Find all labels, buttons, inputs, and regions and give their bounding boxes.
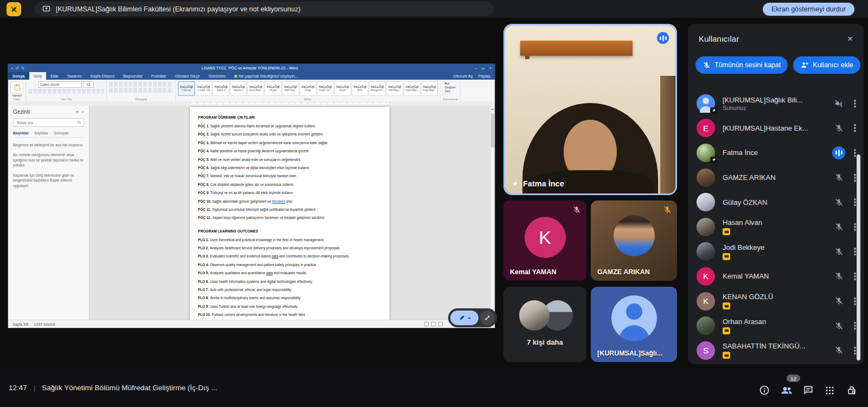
document-page[interactable]: PROGRAM ÖĞRENME ÇIKTILARI PÖÇ 1.Sağlık y… xyxy=(190,107,390,320)
style-chip[interactable]: AaÇçĞğİVurgu xyxy=(299,81,316,96)
video-tile-gamze[interactable]: GAMZE ARIKAN xyxy=(591,201,677,281)
style-chip[interactable]: AaÇçĞğİGüçlü Vur... xyxy=(317,81,334,96)
replace-button[interactable]: Değiştir xyxy=(445,86,456,89)
select-button[interactable]: Seç xyxy=(445,89,450,93)
status-word-count[interactable]: 1292 sözcük xyxy=(34,322,55,326)
participant-row[interactable]: Orhan Arasan xyxy=(688,313,864,338)
document-search-box[interactable] xyxy=(13,118,84,127)
style-chip[interactable]: AaÇçĞğİBelirgin Al... xyxy=(369,81,386,96)
style-chip[interactable]: AaÇçĞğİ1 Normal xyxy=(178,81,195,96)
font-size-box[interactable]: 12 xyxy=(83,81,94,88)
participant-row[interactable]: K Kemal YAMAN xyxy=(688,264,864,289)
participant-name: Jodi Bekkeye xyxy=(723,243,832,251)
style-chip[interactable]: AaÇçĞğİ1 Aralık Yok xyxy=(195,81,212,96)
word-tab-tasarim[interactable]: Tasarım xyxy=(63,72,86,80)
style-chip[interactable]: AaÇçĞğİKitap Başl... xyxy=(421,81,438,96)
mute-all-button[interactable]: Tümünün sesini kapat xyxy=(695,56,788,74)
participant-row[interactable]: E [KURUMSAL]Hastane Ek... xyxy=(688,116,864,141)
people-button[interactable] xyxy=(779,383,794,398)
participant-row[interactable]: K KENAN GÖZLÜ xyxy=(688,289,864,314)
expand-fullscreen-button[interactable] xyxy=(480,311,495,325)
find-button[interactable]: Bul xyxy=(445,82,450,85)
style-chip[interactable]: AaÇçĞğİHafif Vurg... xyxy=(282,81,299,96)
video-tile-kemal[interactable]: K Kemal YAMAN xyxy=(503,201,586,281)
more-options-icon[interactable] xyxy=(854,148,856,157)
lightbulb-icon xyxy=(234,75,237,77)
style-chip[interactable]: AaÇçĞğİBaşlık 2 xyxy=(230,81,247,96)
status-page-number[interactable]: Sayfa 3/6 xyxy=(12,322,29,326)
font-buttons-row[interactable] xyxy=(28,89,104,94)
chat-icon xyxy=(803,385,814,396)
close-icon[interactable]: × xyxy=(847,34,853,43)
more-options-icon[interactable] xyxy=(854,321,856,330)
paragraph-buttons-row1[interactable] xyxy=(109,82,173,87)
style-chip[interactable]: AaÇçĞğİGüçlü xyxy=(334,81,351,96)
style-chip[interactable]: AaÇçĞğİAlıntı xyxy=(352,81,368,96)
more-options-icon[interactable] xyxy=(854,198,856,206)
view-mode-buttons[interactable] xyxy=(424,322,443,326)
more-options-icon[interactable] xyxy=(854,346,856,355)
participant-row[interactable]: S SABAHATTİN TEKİNGÜ... xyxy=(688,338,864,362)
font-name-box[interactable]: Calibri (Gövd xyxy=(39,81,82,88)
style-chip[interactable]: AaÇçĞğİAltyazı xyxy=(265,81,282,96)
mic-off-icon xyxy=(834,296,844,306)
participant-row[interactable]: Gülay ÖZKAN xyxy=(688,190,864,215)
participant-row[interactable]: Jodi Bekkeye xyxy=(688,240,864,264)
pin-icon xyxy=(512,180,519,188)
more-options-icon[interactable] xyxy=(854,99,856,108)
participant-row[interactable]: [KURUMSAL]Sağlık Bili... Sununuz xyxy=(688,91,864,116)
pane-close-icon[interactable]: × xyxy=(81,109,84,114)
pane-dropdown-icon[interactable]: ▾ xyxy=(76,109,78,114)
activities-button[interactable] xyxy=(822,383,837,398)
stop-presenting-button[interactable]: Ekran göstermeyi durdur xyxy=(763,3,854,16)
style-chip[interactable]: AaÇçĞğİBaşlık 1 xyxy=(213,81,229,96)
document-scrollbar[interactable] xyxy=(490,106,495,320)
style-chip[interactable]: AaÇçĞğİGüçlü Baş... xyxy=(404,81,420,96)
more-options-icon[interactable] xyxy=(854,247,856,256)
word-account-area[interactable]: Oturum Aç Paylaş xyxy=(454,72,495,80)
video-tile-others[interactable]: 7 kişi daha xyxy=(503,287,586,362)
annotation-toggle-button[interactable] xyxy=(7,2,21,16)
video-tile-main-speaker[interactable]: Fatma İnce xyxy=(503,24,677,195)
more-options-icon[interactable] xyxy=(854,124,856,132)
meeting-details-button[interactable] xyxy=(757,383,772,398)
participant-row[interactable]: Fatma İnce xyxy=(688,140,864,165)
doc-line: PLO 1.Uses theoretical and practical kno… xyxy=(198,236,381,244)
nav-tab-basliklar[interactable]: Başlıklar xyxy=(13,131,29,135)
word-tab-postalar[interactable]: Postalar xyxy=(147,72,171,80)
nav-tab-sayfalar[interactable]: Sayfalar xyxy=(34,131,48,135)
word-tab-gorunum[interactable]: Görünüm xyxy=(204,72,229,80)
video-tile-kurumsal[interactable]: [KURUMSAL]Sağlı... xyxy=(591,287,677,362)
scroll-up-arrow[interactable] xyxy=(491,107,494,110)
style-chip[interactable]: AaÇçĞğİHafif Başv... xyxy=(386,81,403,96)
annotate-pen-button[interactable] xyxy=(450,311,478,325)
word-tab-giris[interactable]: Giriş xyxy=(29,72,46,80)
host-controls-button[interactable] xyxy=(844,383,859,398)
chat-button[interactable] xyxy=(801,383,816,398)
more-options-icon[interactable] xyxy=(854,272,856,281)
participant-row[interactable]: GAMZE ARIKAN xyxy=(688,165,864,190)
paste-button[interactable] xyxy=(10,81,23,93)
more-options-icon[interactable] xyxy=(854,297,856,306)
word-tab-gozden-gecir[interactable]: Gözden Geçir xyxy=(170,72,204,80)
word-tellme-box[interactable]: Ne yapmak istediğinizi söyleyin... xyxy=(230,72,303,80)
styles-gallery[interactable]: AaÇçĞğİ1 Normal AaÇçĞğİ1 Aralık Yok AaÇç… xyxy=(178,81,438,96)
nav-tab-sonuclar[interactable]: Sonuçlar xyxy=(54,131,69,135)
scrollbar-thumb[interactable] xyxy=(491,113,494,148)
mic-off-icon xyxy=(834,321,844,331)
style-chip[interactable]: AaÇçĞğİKonu Başl... xyxy=(247,81,264,96)
word-tab-basvurular[interactable]: Başvurular xyxy=(119,72,147,80)
participant-row[interactable]: Hasan Alvan xyxy=(688,215,864,240)
add-user-button[interactable]: Kullanıcı ekle xyxy=(793,56,860,74)
more-options-icon[interactable] xyxy=(854,173,856,182)
word-tab-ekle[interactable]: Ekle xyxy=(46,72,63,80)
panel-scrollbar[interactable] xyxy=(857,154,860,360)
paragraph-buttons-row2[interactable] xyxy=(109,88,173,93)
word-window-controls[interactable]: –▭× xyxy=(475,66,492,70)
search-input[interactable] xyxy=(16,120,75,125)
more-options-icon[interactable] xyxy=(854,223,856,231)
word-tab-sayfa-duzeni[interactable]: Sayfa Düzeni xyxy=(86,72,119,80)
word-quick-access-toolbar[interactable]: ▪↺↻ xyxy=(11,66,24,70)
mic-off-icon xyxy=(834,247,844,256)
word-tab-dosya[interactable]: Dosya xyxy=(8,72,29,80)
